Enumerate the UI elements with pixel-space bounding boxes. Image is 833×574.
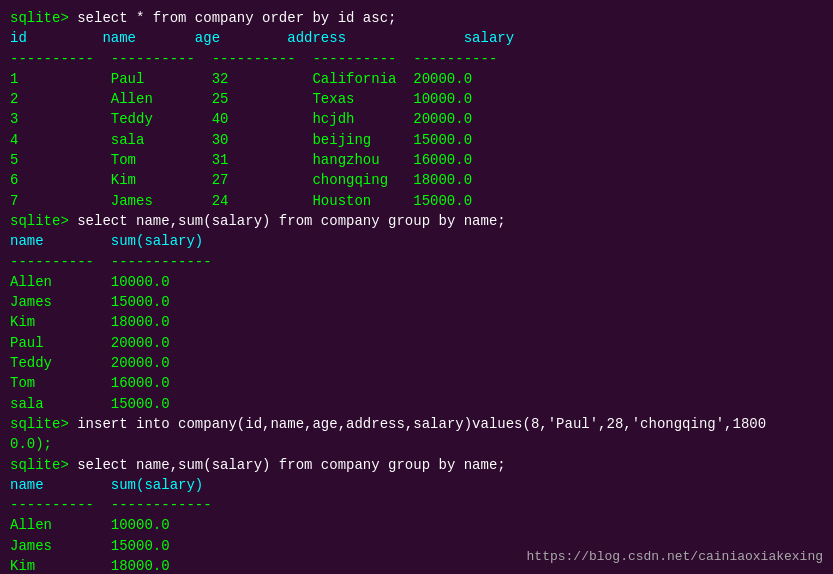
terminal-line: sqlite> select name,sum(salary) from com… [10,455,823,475]
terminal-line: id name age address salary [10,28,823,48]
terminal-line: ---------- ---------- ---------- -------… [10,49,823,69]
terminal-line: Kim 18000.0 [10,312,823,332]
terminal-line: James 15000.0 [10,292,823,312]
terminal-line: 2 Allen 25 Texas 10000.0 [10,89,823,109]
watermark: https://blog.csdn.net/cainiaoxiakexing [527,549,823,564]
terminal-line: sqlite> select * from company order by i… [10,8,823,28]
terminal-line: Tom 16000.0 [10,373,823,393]
terminal-line: Paul 20000.0 [10,333,823,353]
terminal-line: name sum(salary) [10,231,823,251]
terminal-line: sala 15000.0 [10,394,823,414]
terminal-line: sqlite> select name,sum(salary) from com… [10,211,823,231]
terminal-line: 3 Teddy 40 hcjdh 20000.0 [10,109,823,129]
terminal-line: 0.0); [10,434,823,454]
terminal-line: name sum(salary) [10,475,823,495]
terminal-line: Allen 10000.0 [10,272,823,292]
terminal-line: 7 James 24 Houston 15000.0 [10,191,823,211]
terminal-line: ---------- ------------ [10,495,823,515]
terminal-line: sqlite> insert into company(id,name,age,… [10,414,823,434]
terminal-line: Teddy 20000.0 [10,353,823,373]
terminal-line: Allen 10000.0 [10,515,823,535]
terminal-line: 6 Kim 27 chongqing 18000.0 [10,170,823,190]
terminal-output: sqlite> select * from company order by i… [10,8,823,574]
terminal-line: 1 Paul 32 California 20000.0 [10,69,823,89]
terminal-line: 5 Tom 31 hangzhou 16000.0 [10,150,823,170]
terminal-line: ---------- ------------ [10,252,823,272]
terminal-line: 4 sala 30 beijing 15000.0 [10,130,823,150]
